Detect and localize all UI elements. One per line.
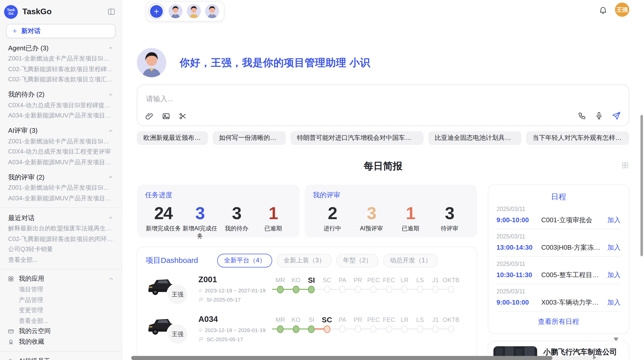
flag-icon <box>198 297 204 302</box>
milestone-dot <box>277 325 284 333</box>
sidebar-item[interactable]: A034-全新新能源MUV产品开发项目造型可行性评审 <box>0 193 122 203</box>
milestone-dot-row <box>443 285 459 293</box>
app-item[interactable]: 项目管理 <box>0 284 122 295</box>
event-join-link[interactable]: 加入 <box>607 215 621 224</box>
stat-label: 我的待办 <box>218 225 255 232</box>
new-chat-button[interactable]: 新对话 <box>6 24 115 38</box>
stat-value: 24 <box>145 203 182 223</box>
send-icon[interactable] <box>611 111 621 121</box>
vertical-scrollbar[interactable] <box>640 115 643 256</box>
sidebar-item[interactable]: C02-飞腾新能源轻客改款项目立项汇报方案 <box>0 74 122 85</box>
milestone: PR <box>350 315 366 347</box>
event-join-link[interactable]: 加入 <box>607 243 621 252</box>
recent-chat-item[interactable]: 查看全部... <box>0 254 122 265</box>
milestone: KO <box>288 315 304 347</box>
sidebar-item[interactable]: A034-全新新能源MUV产品开发项目法规符合性评审 <box>0 157 122 167</box>
sidebar-item[interactable]: C02-飞腾新能源轻客改款项目里程碑画布 <box>0 64 122 74</box>
app-item[interactable]: 产品管理 <box>0 295 122 305</box>
sidebar-section-header[interactable]: 我的评审 (2) <box>0 172 122 183</box>
mic-icon[interactable] <box>595 111 603 120</box>
milestone: OKTB <box>443 315 459 347</box>
milestone: PR <box>350 276 366 307</box>
recent-chat-item[interactable]: 解释最新出台的欧盟报废车法规再生塑料比例被调至15%... <box>0 223 122 234</box>
milestone-dot <box>433 286 439 293</box>
event-row: 9:00-10:00X003-车辆动力学性能验...加入 <box>496 298 621 307</box>
agent-avatar-3[interactable] <box>205 4 219 18</box>
dashboard-filter-chip[interactable]: 全新上装（3） <box>277 254 332 267</box>
sidebar-item[interactable]: C0X4-动力总成开发项目SI里程碑提交物检查 <box>0 100 122 110</box>
notification-bell-icon[interactable] <box>599 5 607 14</box>
milestone: KO <box>288 276 304 307</box>
agent-avatar-1[interactable] <box>168 4 183 18</box>
sidebar-link[interactable]: 我的收藏 <box>0 337 122 347</box>
event-join-link[interactable]: 加入 <box>607 298 621 307</box>
sidebar-item[interactable]: Z001-全新燃油轻卡产品开发项目SI造型提交物评审 <box>0 136 122 146</box>
recent-chat-item[interactable]: 公司Q3轻卡销量 <box>0 244 122 254</box>
horizontal-scrollbar-track[interactable] <box>131 356 600 360</box>
app-item[interactable]: 查看全部... <box>0 316 122 326</box>
suggestion-chip[interactable]: 特朗普可能对进口汽车增税会对中国车企造成哪些影响 <box>290 131 423 145</box>
scroll-down-arrow[interactable] <box>613 338 619 341</box>
dashboard-filter-chip[interactable]: 动总开发（1） <box>383 254 438 267</box>
sidebar-collapse-icon[interactable] <box>107 8 115 16</box>
stat-card: 我的评审2进行中3AI预评审1已逾期3待评审 <box>305 185 477 237</box>
app-item[interactable]: 变更管理 <box>0 305 122 316</box>
chevron-up-icon <box>108 174 113 180</box>
chevron-up-icon <box>108 92 113 97</box>
milestone: LR <box>397 276 412 307</box>
milestone-label: SI <box>308 276 315 285</box>
sidebar-tool[interactable]: AI超级员工 <box>0 356 122 360</box>
event-join-link[interactable]: 加入 <box>607 270 621 279</box>
stat-value: 2 <box>313 203 352 223</box>
event-date: 2025/03/11 <box>496 261 621 268</box>
milestone-dot <box>417 286 423 293</box>
milestone-label: LR <box>401 276 408 285</box>
dashboard-filter-chip[interactable]: 全新平台（4） <box>217 254 272 267</box>
suggestion-chip[interactable]: 当下年轻人对汽车外观有怎样的喜好趋势 <box>526 131 629 145</box>
scissors-icon[interactable] <box>179 112 187 121</box>
view-all-schedule-link[interactable]: 查看所有日程 <box>496 312 621 329</box>
suggestion-chip[interactable]: 比亚迪全固态电池计划具体说了什么 <box>428 131 521 145</box>
sidebar-section-header[interactable]: AI评审 (3) <box>0 125 122 136</box>
suggestion-chip[interactable]: 如何写一份清晰的项目周报 <box>212 131 286 145</box>
my-apps-header[interactable]: 我的应用 <box>0 274 122 284</box>
milestone-dot <box>371 286 377 293</box>
agent-avatar-2[interactable] <box>187 4 201 18</box>
flag-icon <box>198 336 204 342</box>
scroll-right-arrow[interactable] <box>593 355 596 359</box>
sidebar-item[interactable]: Z001-全新燃油皮卡产品开发项目SI节点Lesson Learn报告 <box>0 53 122 64</box>
user-avatar[interactable]: 王强 <box>615 3 629 17</box>
milestone-label: J1 <box>432 276 439 285</box>
phone-icon[interactable] <box>578 111 587 120</box>
sidebar-section-header[interactable]: 我的待办 (2) <box>0 89 122 100</box>
layout-grid-icon[interactable] <box>621 161 629 169</box>
recent-chats-header[interactable]: 最近对话 <box>0 213 122 223</box>
paperclip-icon[interactable] <box>145 112 154 121</box>
image-icon[interactable] <box>162 112 170 121</box>
milestone-dot <box>386 286 392 293</box>
stat: 24新增完成任务 <box>145 203 182 240</box>
milestone: OKTB <box>443 276 459 307</box>
event-time: 13:00-14:30 <box>496 244 541 251</box>
sidebar-item[interactable]: A034-全新新能源MUV产品开发项目计划变更表编写 <box>0 110 122 121</box>
sidebar-scroll: Agent已办 (3)Z001-全新燃油皮卡产品开发项目SI节点Lesson L… <box>0 38 122 360</box>
project-dates: 2023-12-19 ~ 2027-01-19 <box>198 287 266 293</box>
dashboard-filter-chip[interactable]: 年型（2） <box>336 254 379 267</box>
add-agent-button[interactable] <box>148 3 164 19</box>
recent-chat-item[interactable]: C02-飞腾新能源轻客改款项目的闭环通告反馈情况 <box>0 234 122 244</box>
sidebar-item[interactable]: Z001-全新燃油轻卡产品开发项目SI节点属性5D文件评审 <box>0 183 122 193</box>
sidebar-item[interactable]: C0X4-动力总成开发项目工程变更评审 <box>0 146 122 157</box>
stat-value: 3 <box>430 203 469 223</box>
sidebar-link[interactable]: 我的云空间 <box>0 326 122 337</box>
milestone-dot <box>324 286 330 293</box>
chevron-up-icon <box>108 45 113 51</box>
composer[interactable]: 请输入... <box>137 84 629 126</box>
dashboard-title: 项目Dashboard <box>145 256 198 265</box>
project-flag-text: SC-2025-05-17 <box>207 336 243 342</box>
project-dashboard-card: 项目Dashboard 全新平台（4）全新上装（3）年型（2）动总开发（1） 王… <box>137 247 477 360</box>
suggestion-chip[interactable]: 欧洲新规最近颁布了什么? <box>137 131 208 145</box>
sidebar-section-header[interactable]: Agent已办 (3) <box>0 43 122 53</box>
project-row: 王强A0342023-12-19 ~ 2026-01-19SC-2025-05-… <box>145 314 469 347</box>
horizontal-scrollbar-thumb[interactable] <box>131 356 552 360</box>
dashboard-filters: 全新平台（4）全新上装（3）年型（2）动总开发（1） <box>217 254 438 267</box>
